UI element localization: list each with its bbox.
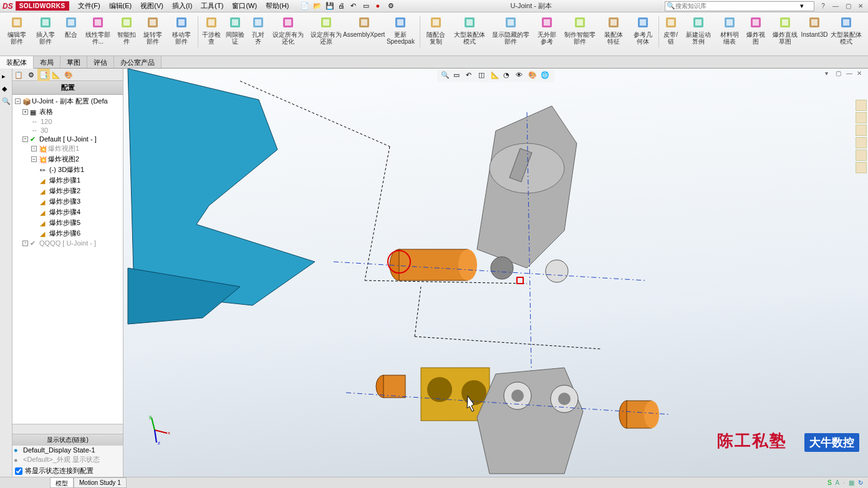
ribbon-btn-18[interactable]: 制作智能零部件 <box>561 14 600 46</box>
tree-exploded2[interactable]: − 💥 爆炸视图2 <box>14 154 122 165</box>
dimxpert-tab[interactable]: 📐 <box>50 69 62 81</box>
status-refresh-icon[interactable]: ↻ <box>858 479 863 486</box>
search-box[interactable]: 🔍 ▾ <box>665 1 814 11</box>
ribbon-btn-6[interactable]: 移动零部件 <box>167 14 196 46</box>
tree-root[interactable]: − 📦 U-Joint - 副本 配置 (Defa <box>14 96 122 107</box>
ribbon-btn-25[interactable]: 爆炸直线草图 <box>768 14 802 46</box>
tab-评估[interactable]: 评估 <box>87 56 114 68</box>
menu-window[interactable]: 窗口(W) <box>228 0 261 12</box>
rebuild-icon[interactable]: ● <box>375 1 385 11</box>
property-tab[interactable]: ⚙ <box>25 69 37 81</box>
ribbon-btn-19[interactable]: 装配体特征 <box>599 14 628 46</box>
tree-table[interactable]: + ▦ 表格 <box>14 107 122 117</box>
tree-qqqq[interactable]: + ✔ QQQQ [ U-Joint - ] <box>14 239 122 247</box>
ribbon-btn-13[interactable]: 更新Speedpak <box>383 14 419 46</box>
menu-help[interactable]: 帮助(H) <box>262 0 292 12</box>
tree-exploded1[interactable]: + 💥 爆炸视图1 <box>14 143 122 154</box>
collapse-icon[interactable]: − <box>22 136 28 142</box>
design-lib-icon[interactable] <box>856 112 867 123</box>
link-checkbox-row[interactable]: 将显示状态连接到配置 <box>12 465 123 477</box>
tree-default[interactable]: − ✔ Default [ U-Joint - ] <box>14 135 122 143</box>
save-icon[interactable]: 💾 <box>325 1 335 11</box>
config-tab[interactable]: 📑 <box>37 69 50 81</box>
print-icon[interactable]: 🖨 <box>337 1 347 11</box>
ribbon-btn-12[interactable]: AssemblyXpert <box>345 14 383 39</box>
ribbon-btn-15[interactable]: 大型装配体模式 <box>450 14 489 46</box>
ribbon-btn-0[interactable]: 编辑零部件 <box>2 14 31 46</box>
tab-办公室产品[interactable]: 办公室产品 <box>114 56 162 68</box>
display-state-2[interactable]: ● <Default>_外观 显示状态 <box>12 454 123 465</box>
tree-step6[interactable]: ◢爆炸步骤6 <box>14 228 122 239</box>
options-icon[interactable]: ⚙ <box>387 1 397 11</box>
undo-icon[interactable]: ↶ <box>350 1 360 11</box>
tree-dim2[interactable]: ↔ 30 <box>14 126 122 135</box>
ribbon-btn-22[interactable]: 新建运动算例 <box>682 14 715 46</box>
ribbon-btn-11[interactable]: 设定所有为还原 <box>307 14 345 46</box>
tree-step4[interactable]: ◢爆炸步骤4 <box>14 207 122 218</box>
feature-tree-tab[interactable]: 📋 <box>12 69 25 81</box>
ribbon-btn-23[interactable]: 材料明细表 <box>715 14 744 46</box>
footer-tab-0[interactable]: 模型 <box>50 477 74 488</box>
expand-icon[interactable]: + <box>31 146 37 151</box>
menu-insert[interactable]: 插入(I) <box>168 0 196 12</box>
tree-step1[interactable]: ◢爆炸步骤1 <box>14 175 122 186</box>
ribbon-btn-26[interactable]: Instant3D <box>802 14 827 39</box>
close-icon[interactable]: ✕ <box>856 2 866 11</box>
viewport-3d[interactable]: 🔍 ▭ ↶ ◫ 📐 ◔ 👁 🎨 🌐 ▾ ▢ — ✕ <box>123 69 868 477</box>
ribbon-btn-1[interactable]: 插入零部件 <box>31 14 60 46</box>
select-icon[interactable]: ▭ <box>362 1 372 11</box>
menu-file[interactable]: 文件(F) <box>74 0 104 12</box>
ribbon-btn-7[interactable]: 干涉检查 <box>199 14 223 46</box>
tree-3dexplode[interactable]: ✏ (-) 3D爆炸1 <box>14 165 122 175</box>
ribbon-btn-2[interactable]: 配合 <box>60 14 82 39</box>
ribbon-btn-9[interactable]: 孔对齐 <box>248 14 269 46</box>
tab-草图[interactable]: 草图 <box>60 56 87 68</box>
ribbon-btn-14[interactable]: 随配合复制 <box>422 14 450 46</box>
appearances-icon[interactable] <box>856 150 867 161</box>
filter-icon[interactable]: ◆ <box>2 85 11 93</box>
footer-tab-1[interactable]: Motion Study 1 <box>74 477 127 488</box>
expand-icon[interactable]: + <box>22 109 28 115</box>
ribbon-btn-17[interactable]: 无外部参考 <box>532 14 561 46</box>
search-input[interactable] <box>675 2 800 9</box>
ribbon-btn-21[interactable]: 皮带/链 <box>660 14 682 46</box>
tree-scrollbar[interactable] <box>12 424 123 434</box>
tree-dim1[interactable]: ↔ 120 <box>14 117 122 126</box>
arrow-icon[interactable]: ▸ <box>2 72 11 81</box>
ribbon-btn-8[interactable]: 间隙验证 <box>223 14 248 46</box>
display-state-1[interactable]: ● Default_Display State-1 <box>12 446 123 454</box>
orientation-triad[interactable]: x y z <box>139 414 170 446</box>
ribbon-btn-3[interactable]: 线性零部件... <box>82 14 115 46</box>
link-checkbox[interactable] <box>15 467 22 475</box>
help-icon[interactable]: ? <box>818 2 828 11</box>
ribbon-btn-27[interactable]: 大型装配体模式 <box>827 14 866 46</box>
minimize-icon[interactable]: — <box>831 2 841 11</box>
tree-step5[interactable]: ◢爆炸步骤5 <box>14 218 122 228</box>
menu-edit[interactable]: 编辑(E) <box>105 0 136 12</box>
resources-icon[interactable] <box>856 100 867 111</box>
ribbon-btn-16[interactable]: 显示隐藏的零部件 <box>489 14 532 46</box>
maximize-icon[interactable]: ▢ <box>843 2 853 11</box>
new-icon[interactable]: 📄 <box>300 1 310 11</box>
search-icon[interactable]: 🔍 <box>2 97 11 106</box>
ribbon-btn-4[interactable]: 智能扣件 <box>114 14 138 46</box>
ribbon-btn-24[interactable]: 爆炸视图 <box>744 14 768 46</box>
menu-tools[interactable]: 工具(T) <box>197 0 227 12</box>
tab-装配体[interactable]: 装配体 <box>0 56 34 69</box>
tree-step2[interactable]: ◢爆炸步骤2 <box>14 186 122 196</box>
menu-view[interactable]: 视图(V) <box>137 0 167 12</box>
collapse-icon[interactable]: − <box>15 98 21 104</box>
tree-step3[interactable]: ◢爆炸步骤3 <box>14 196 122 207</box>
file-explorer-icon[interactable] <box>856 125 867 136</box>
tab-布局[interactable]: 布局 <box>34 56 60 68</box>
open-icon[interactable]: 📂 <box>312 1 322 11</box>
ribbon-btn-10[interactable]: 设定所有为还化 <box>269 14 307 46</box>
custom-props-icon[interactable] <box>856 162 867 173</box>
search-dropdown-icon[interactable]: ▾ <box>800 2 804 10</box>
ribbon-btn-5[interactable]: 旋转零部件 <box>138 14 167 46</box>
expand-icon[interactable]: + <box>22 241 28 246</box>
view-palette-icon[interactable] <box>856 137 867 148</box>
collapse-icon[interactable]: − <box>31 156 37 162</box>
display-tab[interactable]: 🎨 <box>62 69 75 81</box>
ribbon-btn-20[interactable]: 参考几何体 <box>629 14 657 46</box>
